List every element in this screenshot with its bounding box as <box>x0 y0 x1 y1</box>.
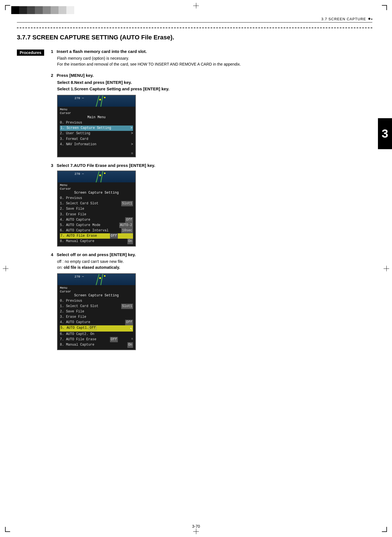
chapter-number: 3 <box>382 127 388 140</box>
screen3-item-5: 5. AUTO Capt1.Off ↖ <box>60 325 133 332</box>
step-2-number: 2 <box>51 73 53 78</box>
dot-small <box>371 19 372 20</box>
screen2-menu-label: Menu <box>60 184 67 187</box>
screen1-item-2: 2. User Setting> <box>60 131 133 136</box>
screen3-compass: 270 ─ <box>75 275 84 278</box>
step-1: 1 Insert a flash memory card into the ca… <box>51 49 372 67</box>
page-header: 3.7 SCREEN CAPTURE <box>17 17 372 23</box>
screen2-item-4: 4. AUTO CaptureOff <box>60 217 133 223</box>
screen-2-map: 270 ─ <box>58 171 135 182</box>
screen2-item-0: 0. Previous <box>60 196 133 201</box>
crosshair-left <box>3 266 8 271</box>
screen3-item-3: 3. Erase File <box>60 314 133 320</box>
header-section: 3.7 SCREEN CAPTURE <box>321 17 366 21</box>
screen3-cursor-label: Cursor <box>60 290 71 293</box>
screen3-item-1: 1. Select Card SlotSlot1 <box>60 304 133 309</box>
screen3-map-line-1 <box>95 274 100 285</box>
color-bar <box>11 6 74 14</box>
screen2-item-3: 3. Erase File <box>60 212 133 217</box>
step-3-number: 3 <box>51 163 53 168</box>
step-2-sub1: Select 8.Next and press [ENTER] key. <box>57 80 132 85</box>
page-footer: 3-70 <box>0 524 392 529</box>
screen2-map-dot-2 <box>104 173 105 174</box>
screen2-map-dot-1 <box>99 174 101 176</box>
screen2-map-line-1 <box>95 171 100 182</box>
screen1-item-1: 1. Screen Capture Setting> <box>60 126 133 131</box>
corner-mark-tr <box>382 5 387 10</box>
screen2-map-line-2 <box>100 171 103 182</box>
screen3-map-dot-2 <box>104 275 105 277</box>
steps-container: 1 Insert a flash memory card into the ca… <box>51 49 372 356</box>
procedures-row: Procedures 1 Insert a flash memory card … <box>17 49 372 356</box>
map-line-2 <box>100 95 103 107</box>
crosshair-bottom <box>193 529 199 534</box>
step-2-text: Press [MENU] key. <box>57 73 94 78</box>
map-dot-1 <box>99 99 101 100</box>
step-1-body: Flash memory card (option) is necessary.… <box>57 55 372 67</box>
step-2-title: 2 Press [MENU] key. <box>51 73 372 78</box>
screen-1-map: 270 ─ <box>58 95 135 107</box>
header-dots <box>368 18 372 20</box>
screen2-item-5: 5. AUTO Capture ModeAUTO-2 <box>60 223 133 228</box>
step-1-title: 1 Insert a flash memory card into the ca… <box>51 49 372 54</box>
step-3-text: Select 7.AUTO File Erase and press [ENTE… <box>57 163 155 168</box>
screen1-item-4: 4. NAV Information> <box>60 142 133 147</box>
screen3-item-7: 7. AUTO File EraseOffn <box>60 337 133 342</box>
screen3-item-0: 0. Previous <box>60 298 133 304</box>
step-2-body: Select 8.Next and press [ENTER] key. Sel… <box>57 79 372 92</box>
step-1-number: 1 <box>51 49 53 54</box>
crosshair-right <box>384 266 389 271</box>
screen2-item-1: 1. Select Card SlotSlot1 <box>60 201 133 206</box>
corner-mark-tl <box>5 5 10 10</box>
section-title: 3.7.7 SCREEN CAPTURE SETTING (AUTO File … <box>17 34 372 41</box>
screen2-compass: 270 ─ <box>75 172 84 176</box>
dashed-divider <box>17 28 372 28</box>
screen-1-body: Menu Cursor Main Menu 0. Previous 1. Scr… <box>58 107 135 157</box>
step-2-sub2: Select 1.Screen Capture Setting and pres… <box>57 86 169 91</box>
screen1-item-3: 3. Format Card <box>60 137 133 142</box>
step-4-text: Select off or on and press [ENTER] key. <box>57 252 136 257</box>
screen3-item-8: 8. Manual CaptureOn <box>60 342 133 348</box>
map-line-1 <box>95 95 100 107</box>
screen1-cursor: Cursor <box>60 111 71 115</box>
screen3-title: Screen Capture Setting <box>60 294 133 297</box>
screen3-map-line-2 <box>100 274 103 285</box>
page-number: 3-70 <box>192 524 200 529</box>
compass-text: 270 ─ <box>75 97 84 100</box>
procedures-badge: Procedures <box>17 50 44 56</box>
screen3-menu-label: Menu <box>60 286 67 290</box>
screen3-item-6: 6. AUTO Capt2. On <box>60 332 133 337</box>
screen2-title: Screen Capture Setting <box>60 191 133 195</box>
screen3-item-4: 4. AUTO CaptureOff <box>60 320 133 325</box>
step-2: 2 Press [MENU] key. Select 8.Next and pr… <box>51 73 372 157</box>
map-dot-2 <box>104 97 105 98</box>
screen2-item-2: 2. Save File <box>60 206 133 212</box>
screen-2-body: Menu Cursor Screen Capture Setting 0. Pr… <box>58 183 135 246</box>
step-4-body: off : no empty card can't save new file.… <box>57 259 372 270</box>
step-4-bold: old file is elased automaticaly. <box>64 265 120 270</box>
screen-3-body: Menu Cursor Screen Capture Setting 0. Pr… <box>58 286 135 350</box>
screen-3-mock: 270 ─ Menu Cursor Screen Capture S <box>57 273 136 350</box>
screen1-item-0: 0. Previous <box>60 120 133 126</box>
screen3-map-dot-1 <box>99 277 101 279</box>
screen1-menu-label: Menu <box>60 108 67 111</box>
chapter-tab: 3 <box>378 118 392 149</box>
dot-large <box>368 18 370 20</box>
screen2-item-6: 6. AUTO Capture Interval10sec <box>60 228 133 233</box>
screen2-item-8: 8. Manual CaptureOn <box>60 239 133 244</box>
screen3-item-2: 2. Save File <box>60 309 133 314</box>
step-4-number: 4 <box>51 252 53 257</box>
screen-3-map: 270 ─ <box>58 274 135 285</box>
step-1-text: Insert a flash memory card into the card… <box>57 49 147 54</box>
step-4: 4 Select off or on and press [ENTER] key… <box>51 252 372 350</box>
page-content: 3.7 SCREEN CAPTURE 3.7.7 SCREEN CAPTURE … <box>17 17 372 520</box>
screen2-cursor-label: Cursor <box>60 187 71 191</box>
step-3: 3 Select 7.AUTO File Erase and press [EN… <box>51 163 372 247</box>
step-4-title: 4 Select off or on and press [ENTER] key… <box>51 252 372 257</box>
crosshair-top <box>193 3 199 8</box>
screen-1-mock: 270 ─ Menu Cursor M <box>57 95 136 157</box>
screen-2-mock: 270 ─ Menu Cursor Screen Capture S <box>57 171 136 247</box>
screen1-title: Main Menu <box>60 115 133 119</box>
step-3-title: 3 Select 7.AUTO File Erase and press [EN… <box>51 163 372 168</box>
screen2-item-7: 7. AUTO File EraseOffn <box>60 233 133 239</box>
